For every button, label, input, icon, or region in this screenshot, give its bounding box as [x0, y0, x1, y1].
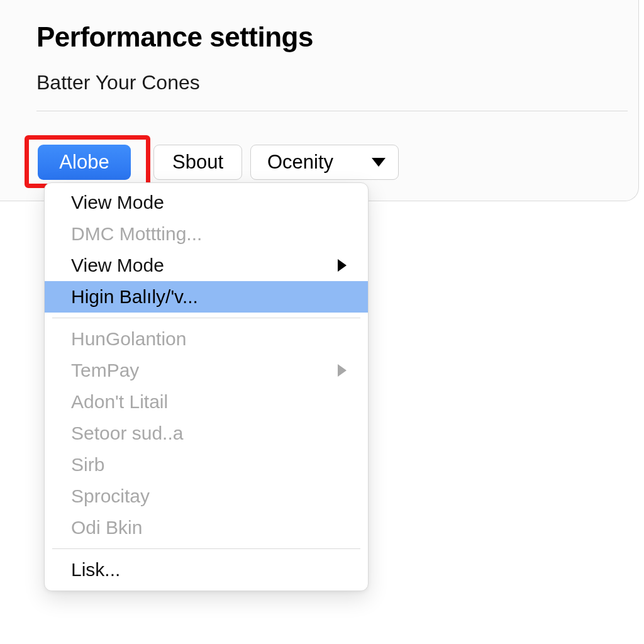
menu-item-lisk[interactable]: Lisk...	[45, 554, 368, 586]
page-title: Performance settings	[36, 21, 313, 53]
menu-item-label: Adon't Litail	[71, 391, 347, 413]
menu-separator	[52, 318, 360, 318]
menu-item-view-mode-2[interactable]: View Mode	[45, 250, 368, 281]
menu-item-label: HunGolantion	[71, 328, 347, 350]
alobe-button-label: Alobe	[59, 151, 109, 174]
chevron-right-icon	[338, 259, 347, 272]
menu-item-label: TemPay	[71, 360, 338, 381]
sbout-button-label: Sbout	[172, 151, 223, 174]
menu-item-view-mode-1[interactable]: View Mode	[45, 187, 368, 218]
chevron-right-icon	[338, 364, 347, 377]
alobe-button[interactable]: Alobe	[38, 145, 131, 180]
ocenity-dropdown[interactable]: Ocenity	[250, 145, 399, 180]
menu-item-tempay: TemPay	[45, 355, 368, 386]
menu-item-sirb: Sirb	[45, 449, 368, 480]
divider	[36, 111, 628, 111]
menu-separator	[52, 548, 360, 549]
menu-item-odi-bkin: Odi Bkin	[45, 512, 368, 543]
menu-item-label: Lisk...	[71, 559, 347, 580]
ocenity-dropdown-label: Ocenity	[267, 151, 364, 174]
menu-item-hungolantion: HunGolantion	[45, 323, 368, 355]
menu-item-dmc-mottting: DMC Mottting...	[45, 218, 368, 250]
chevron-down-icon	[372, 158, 386, 167]
menu-item-label: Odi Bkin	[71, 517, 347, 538]
menu-item-sprocitay: Sprocitay	[45, 480, 368, 512]
menu-item-label: Setoor sud..a	[71, 423, 347, 444]
menu-item-label: Sprocitay	[71, 486, 347, 507]
menu-item-label: Higin Balıly/'v...	[71, 286, 347, 308]
menu-item-higin-balily[interactable]: Higin Balıly/'v...	[45, 281, 368, 313]
menu-item-label: View Mode	[71, 192, 347, 213]
menu-item-label: Sirb	[71, 454, 347, 475]
section-subtitle: Batter Your Cones	[36, 71, 200, 94]
menu-item-setoor-suda: Setoor sud..a	[45, 418, 368, 449]
menu-item-adont-litail: Adon't Litail	[45, 386, 368, 418]
menu-item-label: DMC Mottting...	[71, 223, 347, 245]
sbout-button[interactable]: Sbout	[153, 145, 242, 180]
menu-item-label: View Mode	[71, 255, 338, 276]
settings-panel: Performance settings Batter Your Cones A…	[0, 0, 639, 201]
context-menu: View Mode DMC Mottting... View Mode Higi…	[44, 182, 369, 591]
